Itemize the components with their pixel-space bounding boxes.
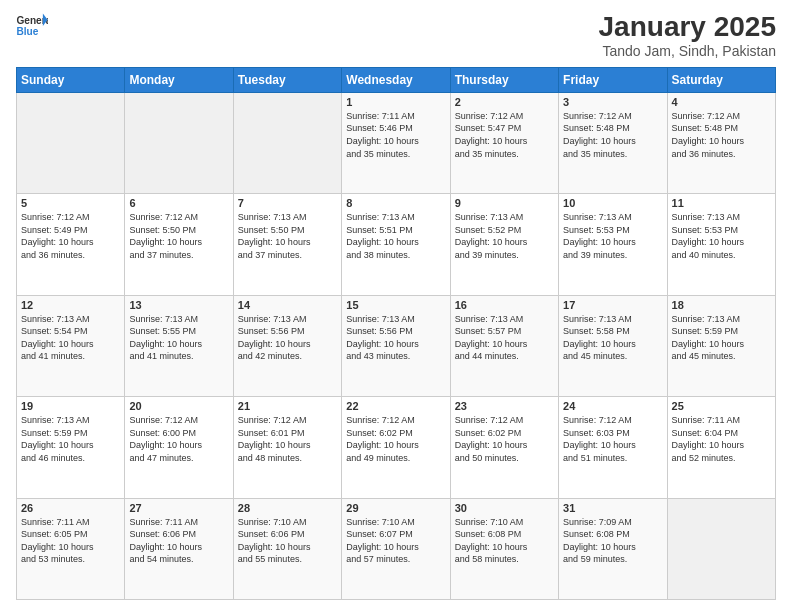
calendar-cell: 21Sunrise: 7:12 AM Sunset: 6:01 PM Dayli… [233,397,341,498]
calendar-cell: 26Sunrise: 7:11 AM Sunset: 6:05 PM Dayli… [17,498,125,599]
day-info: Sunrise: 7:13 AM Sunset: 5:52 PM Dayligh… [455,211,554,261]
calendar-cell: 11Sunrise: 7:13 AM Sunset: 5:53 PM Dayli… [667,194,775,295]
col-wednesday: Wednesday [342,67,450,92]
calendar-cell: 8Sunrise: 7:13 AM Sunset: 5:51 PM Daylig… [342,194,450,295]
day-number: 29 [346,502,445,514]
day-info: Sunrise: 7:13 AM Sunset: 5:57 PM Dayligh… [455,313,554,363]
calendar-cell: 25Sunrise: 7:11 AM Sunset: 6:04 PM Dayli… [667,397,775,498]
day-number: 27 [129,502,228,514]
calendar-week-5: 26Sunrise: 7:11 AM Sunset: 6:05 PM Dayli… [17,498,776,599]
day-info: Sunrise: 7:13 AM Sunset: 5:58 PM Dayligh… [563,313,662,363]
calendar-cell: 20Sunrise: 7:12 AM Sunset: 6:00 PM Dayli… [125,397,233,498]
day-number: 17 [563,299,662,311]
subtitle: Tando Jam, Sindh, Pakistan [599,43,776,59]
calendar-cell: 17Sunrise: 7:13 AM Sunset: 5:58 PM Dayli… [559,295,667,396]
day-number: 1 [346,96,445,108]
day-number: 15 [346,299,445,311]
calendar-cell: 24Sunrise: 7:12 AM Sunset: 6:03 PM Dayli… [559,397,667,498]
calendar-cell: 9Sunrise: 7:13 AM Sunset: 5:52 PM Daylig… [450,194,558,295]
calendar-week-2: 5Sunrise: 7:12 AM Sunset: 5:49 PM Daylig… [17,194,776,295]
day-number: 9 [455,197,554,209]
calendar-cell: 2Sunrise: 7:12 AM Sunset: 5:47 PM Daylig… [450,92,558,193]
day-info: Sunrise: 7:12 AM Sunset: 5:48 PM Dayligh… [672,110,771,160]
calendar-cell: 6Sunrise: 7:12 AM Sunset: 5:50 PM Daylig… [125,194,233,295]
main-title: January 2025 [599,12,776,43]
day-number: 19 [21,400,120,412]
day-number: 22 [346,400,445,412]
calendar-cell: 23Sunrise: 7:12 AM Sunset: 6:02 PM Dayli… [450,397,558,498]
calendar-cell: 30Sunrise: 7:10 AM Sunset: 6:08 PM Dayli… [450,498,558,599]
day-info: Sunrise: 7:13 AM Sunset: 5:56 PM Dayligh… [238,313,337,363]
svg-text:Blue: Blue [16,26,38,37]
calendar-cell: 15Sunrise: 7:13 AM Sunset: 5:56 PM Dayli… [342,295,450,396]
day-info: Sunrise: 7:11 AM Sunset: 6:06 PM Dayligh… [129,516,228,566]
calendar-cell: 7Sunrise: 7:13 AM Sunset: 5:50 PM Daylig… [233,194,341,295]
day-info: Sunrise: 7:13 AM Sunset: 5:55 PM Dayligh… [129,313,228,363]
day-info: Sunrise: 7:13 AM Sunset: 5:53 PM Dayligh… [563,211,662,261]
day-number: 26 [21,502,120,514]
calendar-cell: 19Sunrise: 7:13 AM Sunset: 5:59 PM Dayli… [17,397,125,498]
calendar-cell: 13Sunrise: 7:13 AM Sunset: 5:55 PM Dayli… [125,295,233,396]
day-number: 30 [455,502,554,514]
day-info: Sunrise: 7:12 AM Sunset: 5:49 PM Dayligh… [21,211,120,261]
calendar-cell: 14Sunrise: 7:13 AM Sunset: 5:56 PM Dayli… [233,295,341,396]
day-number: 28 [238,502,337,514]
calendar-cell: 18Sunrise: 7:13 AM Sunset: 5:59 PM Dayli… [667,295,775,396]
day-info: Sunrise: 7:12 AM Sunset: 6:01 PM Dayligh… [238,414,337,464]
calendar-week-3: 12Sunrise: 7:13 AM Sunset: 5:54 PM Dayli… [17,295,776,396]
day-number: 3 [563,96,662,108]
day-number: 21 [238,400,337,412]
calendar-cell [233,92,341,193]
calendar-cell: 28Sunrise: 7:10 AM Sunset: 6:06 PM Dayli… [233,498,341,599]
day-number: 31 [563,502,662,514]
calendar-cell: 12Sunrise: 7:13 AM Sunset: 5:54 PM Dayli… [17,295,125,396]
day-info: Sunrise: 7:10 AM Sunset: 6:08 PM Dayligh… [455,516,554,566]
calendar-header-row: Sunday Monday Tuesday Wednesday Thursday… [17,67,776,92]
calendar-cell: 16Sunrise: 7:13 AM Sunset: 5:57 PM Dayli… [450,295,558,396]
calendar-cell [125,92,233,193]
day-info: Sunrise: 7:13 AM Sunset: 5:56 PM Dayligh… [346,313,445,363]
day-info: Sunrise: 7:12 AM Sunset: 5:50 PM Dayligh… [129,211,228,261]
logo-icon: General Blue [16,12,48,40]
day-number: 8 [346,197,445,209]
day-number: 2 [455,96,554,108]
day-info: Sunrise: 7:10 AM Sunset: 6:06 PM Dayligh… [238,516,337,566]
day-number: 7 [238,197,337,209]
col-tuesday: Tuesday [233,67,341,92]
day-info: Sunrise: 7:13 AM Sunset: 5:50 PM Dayligh… [238,211,337,261]
calendar-cell [667,498,775,599]
calendar-cell: 10Sunrise: 7:13 AM Sunset: 5:53 PM Dayli… [559,194,667,295]
day-info: Sunrise: 7:10 AM Sunset: 6:07 PM Dayligh… [346,516,445,566]
day-info: Sunrise: 7:11 AM Sunset: 6:04 PM Dayligh… [672,414,771,464]
calendar-week-4: 19Sunrise: 7:13 AM Sunset: 5:59 PM Dayli… [17,397,776,498]
logo: General Blue [16,12,48,40]
day-info: Sunrise: 7:12 AM Sunset: 6:00 PM Dayligh… [129,414,228,464]
day-number: 20 [129,400,228,412]
day-info: Sunrise: 7:12 AM Sunset: 6:02 PM Dayligh… [455,414,554,464]
day-number: 16 [455,299,554,311]
day-number: 18 [672,299,771,311]
day-info: Sunrise: 7:12 AM Sunset: 6:02 PM Dayligh… [346,414,445,464]
day-info: Sunrise: 7:09 AM Sunset: 6:08 PM Dayligh… [563,516,662,566]
col-thursday: Thursday [450,67,558,92]
day-info: Sunrise: 7:12 AM Sunset: 6:03 PM Dayligh… [563,414,662,464]
day-info: Sunrise: 7:13 AM Sunset: 5:59 PM Dayligh… [21,414,120,464]
day-info: Sunrise: 7:13 AM Sunset: 5:51 PM Dayligh… [346,211,445,261]
day-number: 25 [672,400,771,412]
col-saturday: Saturday [667,67,775,92]
header: General Blue January 2025 Tando Jam, Sin… [16,12,776,59]
title-block: January 2025 Tando Jam, Sindh, Pakistan [599,12,776,59]
calendar-cell: 27Sunrise: 7:11 AM Sunset: 6:06 PM Dayli… [125,498,233,599]
calendar-cell: 5Sunrise: 7:12 AM Sunset: 5:49 PM Daylig… [17,194,125,295]
day-info: Sunrise: 7:13 AM Sunset: 5:54 PM Dayligh… [21,313,120,363]
calendar-cell: 4Sunrise: 7:12 AM Sunset: 5:48 PM Daylig… [667,92,775,193]
calendar-cell: 22Sunrise: 7:12 AM Sunset: 6:02 PM Dayli… [342,397,450,498]
day-info: Sunrise: 7:12 AM Sunset: 5:48 PM Dayligh… [563,110,662,160]
col-monday: Monday [125,67,233,92]
calendar-cell: 1Sunrise: 7:11 AM Sunset: 5:46 PM Daylig… [342,92,450,193]
day-number: 4 [672,96,771,108]
day-number: 11 [672,197,771,209]
day-number: 14 [238,299,337,311]
day-info: Sunrise: 7:11 AM Sunset: 6:05 PM Dayligh… [21,516,120,566]
col-sunday: Sunday [17,67,125,92]
